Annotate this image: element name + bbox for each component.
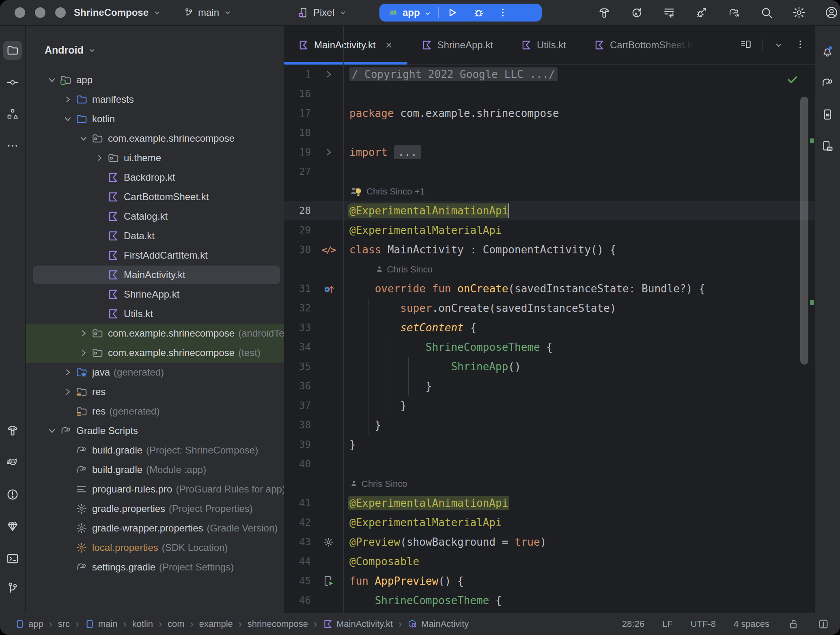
running-devices-button[interactable] — [818, 105, 837, 124]
breadcrumb-item-kotlin[interactable]: kotlin — [132, 619, 153, 629]
device-manager-button[interactable] — [818, 137, 837, 156]
fold-chevron-icon[interactable] — [323, 69, 334, 80]
split-editor-icon[interactable] — [740, 38, 752, 52]
structure-tool-button[interactable] — [3, 105, 22, 123]
more-run-actions-button[interactable] — [492, 4, 513, 22]
tree-item-app[interactable]: app — [26, 70, 284, 90]
file-encoding[interactable]: UTF-8 — [691, 619, 716, 629]
close-tab-icon[interactable] — [384, 40, 394, 50]
tree-chevron-icon[interactable] — [44, 425, 60, 436]
tab-mainactivity-kt[interactable]: MainActivity.kt — [284, 26, 407, 64]
line-number[interactable]: 40 — [284, 458, 312, 470]
account-avatar-icon[interactable] — [825, 6, 838, 19]
settings-gear-icon[interactable] — [792, 6, 806, 19]
project-selector[interactable]: ShrineCompose — [74, 0, 162, 25]
tree-item-com-example-shrinecompose[interactable]: com.example.shrinecompose — [26, 129, 284, 148]
gear-gutter-icon[interactable] — [323, 537, 334, 548]
tab-shrineapp-kt[interactable]: ShrineApp.kt — [407, 26, 507, 64]
tree-item-utils-kt[interactable]: Utils.kt — [26, 304, 284, 324]
tree-chevron-icon[interactable] — [76, 347, 91, 359]
tree-chevron-icon[interactable] — [60, 94, 75, 105]
project-tool-button[interactable] — [3, 41, 22, 60]
tab-list-dropdown-icon[interactable] — [773, 40, 784, 50]
problems-tool-button[interactable] — [3, 485, 22, 504]
breadcrumb-item-mainactivity[interactable]: MainActivity — [407, 619, 469, 629]
tree-item-data-kt[interactable]: Data.kt — [26, 226, 284, 246]
tree-chevron-icon[interactable] — [92, 152, 107, 164]
authors-lightbulb-icon[interactable] — [349, 185, 363, 197]
line-number[interactable]: 28 — [284, 205, 312, 216]
app-quality-insights-button[interactable] — [3, 517, 22, 536]
tree-item-cartbottomsheet-kt[interactable]: CartBottomSheet.kt — [26, 187, 284, 207]
line-number[interactable]: 34 — [284, 341, 312, 353]
tree-item-proguard-rules-pro[interactable]: proguard-rules.pro(ProGuard Rules for ap… — [26, 479, 284, 499]
tree-chevron-icon[interactable] — [76, 328, 91, 339]
tree-chevron-icon[interactable] — [44, 74, 60, 86]
tree-item-backdrop-kt[interactable]: Backdrop.kt — [26, 168, 284, 187]
breadcrumb-item-main[interactable]: main — [84, 619, 118, 629]
line-number[interactable]: 16 — [284, 88, 312, 99]
profiler-icon[interactable] — [695, 6, 709, 19]
search-icon[interactable] — [760, 6, 773, 19]
minimize-button[interactable] — [35, 7, 45, 18]
project-view-selector[interactable]: Android — [26, 40, 284, 60]
line-number[interactable]: 39 — [284, 439, 312, 450]
line-number[interactable]: 41 — [284, 497, 312, 509]
tree-item-build-gradle[interactable]: build.gradle(Module :app) — [26, 460, 284, 479]
line-number[interactable]: 37 — [284, 400, 312, 411]
tree-item-gradle-wrapper-properties[interactable]: gradle-wrapper.properties(Gradle Version… — [26, 518, 284, 538]
editor-scrollbar[interactable] — [800, 97, 808, 365]
tree-item-local-properties[interactable]: local.properties(SDK Location) — [26, 538, 284, 557]
terminal-tool-button[interactable] — [3, 549, 22, 568]
gradle-tool-button[interactable] — [818, 73, 837, 92]
device-list-icon[interactable] — [662, 6, 676, 19]
tree-item-mainactivity-kt[interactable]: MainActivity.kt — [26, 265, 284, 285]
breadcrumb-item-app[interactable]: app — [15, 619, 43, 629]
line-number[interactable]: 38 — [284, 419, 312, 431]
line-number[interactable]: 31 — [284, 283, 312, 294]
tree-item-gradle-properties[interactable]: gradle.properties(Project Properties) — [26, 499, 284, 518]
close-button[interactable] — [15, 7, 25, 18]
caret-position[interactable]: 28:26 — [622, 619, 644, 629]
zoom-button[interactable] — [55, 7, 66, 18]
more-tools-button[interactable] — [3, 136, 22, 155]
tree-chevron-icon[interactable] — [76, 133, 91, 144]
inspections-ok-icon[interactable] — [786, 73, 799, 87]
line-number[interactable]: 29 — [284, 225, 312, 236]
debug-button[interactable] — [465, 4, 492, 22]
version-control-button[interactable] — [3, 579, 22, 597]
tab-utils-kt[interactable]: Utils.kt — [507, 26, 580, 64]
class-marker-icon[interactable]: </> — [322, 245, 336, 255]
breadcrumb-item-src[interactable]: src — [58, 619, 70, 629]
tree-item-gradle-scripts[interactable]: Gradle Scripts — [26, 421, 284, 441]
tree-item-catalog-kt[interactable]: Catalog.kt — [26, 207, 284, 226]
logcat-tool-button[interactable] — [3, 454, 22, 472]
line-number[interactable]: 42 — [284, 517, 312, 528]
code-editor[interactable]: 1/ Copyright 2022 Google LLC .../1617pac… — [284, 65, 815, 613]
line-number[interactable]: 35 — [284, 361, 312, 372]
line-number[interactable]: 27 — [284, 166, 312, 177]
tree-chevron-icon[interactable] — [60, 386, 75, 397]
line-number[interactable]: 30 — [284, 244, 312, 255]
override-marker-icon[interactable] — [323, 283, 335, 295]
readonly-toggle-icon[interactable] — [817, 618, 829, 630]
tree-item-com-example-shrinecompose[interactable]: com.example.shrinecompose(androidTest) — [26, 324, 284, 343]
breadcrumb-item-mainactivity-kt[interactable]: MainActivity.kt — [323, 619, 393, 629]
tree-item-shrineapp-kt[interactable]: ShrineApp.kt — [26, 285, 284, 304]
tree-item-res[interactable]: res(generated) — [26, 402, 284, 421]
lock-open-icon[interactable] — [787, 618, 799, 630]
line-number[interactable]: 33 — [284, 322, 312, 333]
tree-item-settings-gradle[interactable]: settings.gradle(Project Settings) — [26, 557, 284, 577]
breadcrumb-item-example[interactable]: example — [199, 619, 233, 629]
branch-selector[interactable]: main — [183, 0, 232, 25]
tree-chevron-icon[interactable] — [60, 367, 75, 378]
fold-chevron-icon[interactable] — [323, 147, 334, 158]
line-number[interactable]: 43 — [284, 536, 312, 548]
tab-more-icon[interactable] — [795, 39, 806, 52]
line-number[interactable]: 17 — [284, 108, 312, 119]
tree-chevron-icon[interactable] — [60, 113, 75, 125]
line-number[interactable]: 46 — [284, 595, 312, 606]
build-icon[interactable] — [597, 6, 611, 19]
line-number[interactable]: 32 — [284, 302, 312, 314]
apply-changes-icon[interactable]: A — [630, 6, 644, 19]
